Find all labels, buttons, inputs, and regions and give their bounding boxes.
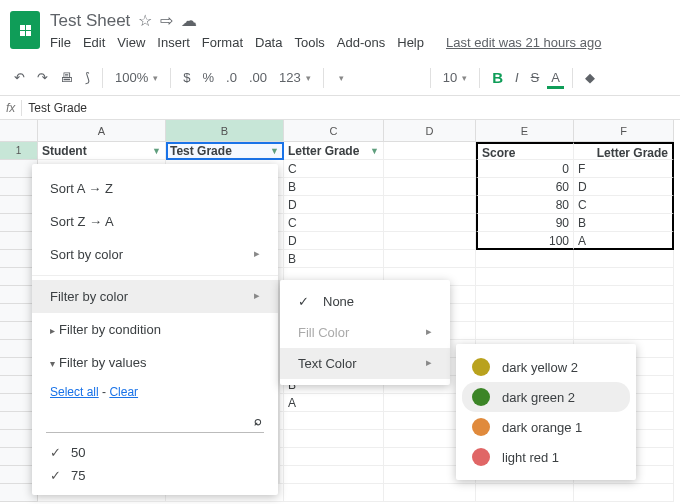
cell[interactable]: B — [574, 214, 674, 232]
menu-tools[interactable]: Tools — [294, 35, 324, 50]
cell[interactable] — [574, 304, 674, 322]
cell[interactable]: Letter Grade▼ — [284, 142, 384, 160]
color-option[interactable]: dark yellow 2 — [462, 352, 630, 382]
filter-by-color[interactable]: Filter by color — [32, 280, 278, 313]
cell[interactable] — [284, 484, 384, 502]
cell[interactable]: 80 — [476, 196, 574, 214]
cell[interactable]: Letter Grade — [574, 142, 674, 160]
color-option[interactable]: dark green 2 — [462, 382, 630, 412]
formula-input[interactable]: Test Grade — [28, 101, 87, 115]
italic-button[interactable]: I — [511, 66, 523, 89]
color-option[interactable]: light red 1 — [462, 442, 630, 472]
cell[interactable] — [476, 484, 574, 502]
cell[interactable] — [384, 160, 476, 178]
menu-data[interactable]: Data — [255, 35, 282, 50]
moreformats-button[interactable]: 123 — [275, 66, 315, 89]
paintformat-button[interactable]: ⟆ — [81, 66, 94, 89]
col-C[interactable]: C — [284, 120, 384, 142]
col-D[interactable]: D — [384, 120, 476, 142]
dec-increase-button[interactable]: .00 — [245, 66, 271, 89]
strike-button[interactable]: S — [527, 66, 544, 89]
cell[interactable]: 100 — [476, 232, 574, 250]
cell[interactable]: Test Grade▼ — [166, 142, 284, 160]
fontsize-select[interactable]: 10 — [439, 66, 471, 89]
cell[interactable]: D — [284, 232, 384, 250]
star-icon[interactable]: ☆ — [138, 11, 152, 30]
filter-icon[interactable]: ▼ — [270, 142, 279, 160]
menu-file[interactable]: File — [50, 35, 71, 50]
cell[interactable]: F — [574, 160, 674, 178]
select-all-link[interactable]: Select all — [50, 385, 99, 399]
filter-by-values[interactable]: ▾Filter by values — [32, 346, 278, 379]
cloud-icon[interactable]: ☁ — [181, 11, 197, 30]
filter-search[interactable]: ⌕ — [46, 409, 264, 433]
value-item[interactable]: 50 — [32, 441, 278, 464]
cell[interactable] — [384, 232, 476, 250]
font-select[interactable] — [332, 69, 422, 87]
menu-edit[interactable]: Edit — [83, 35, 105, 50]
cell[interactable] — [574, 286, 674, 304]
menu-addons[interactable]: Add-ons — [337, 35, 385, 50]
col-B[interactable]: B — [166, 120, 284, 142]
zoom-select[interactable]: 100% — [111, 66, 162, 89]
cell[interactable] — [476, 250, 574, 268]
menu-insert[interactable]: Insert — [157, 35, 190, 50]
cell[interactable] — [476, 304, 574, 322]
cell[interactable]: C — [574, 196, 674, 214]
dec-decrease-button[interactable]: .0 — [222, 66, 241, 89]
cell[interactable] — [476, 268, 574, 286]
menu-view[interactable]: View — [117, 35, 145, 50]
clear-link[interactable]: Clear — [109, 385, 138, 399]
select-all-corner[interactable] — [0, 120, 38, 142]
cell[interactable]: C — [284, 214, 384, 232]
textcolor-button[interactable]: A — [547, 66, 564, 89]
cell[interactable] — [384, 196, 476, 214]
cell[interactable] — [284, 412, 384, 430]
col-A[interactable]: A — [38, 120, 166, 142]
sort-az[interactable]: Sort A → Z — [32, 172, 278, 205]
cell[interactable]: Score — [476, 142, 574, 160]
col-E[interactable]: E — [476, 120, 574, 142]
cell[interactable]: D — [284, 196, 384, 214]
menu-format[interactable]: Format — [202, 35, 243, 50]
cell[interactable] — [384, 178, 476, 196]
percent-button[interactable]: % — [198, 66, 218, 89]
col-F[interactable]: F — [574, 120, 674, 142]
sheets-logo[interactable] — [10, 11, 40, 49]
cell[interactable] — [284, 466, 384, 484]
filter-by-condition[interactable]: ▸Filter by condition — [32, 313, 278, 346]
text-color-option[interactable]: Text Color — [280, 348, 450, 379]
move-icon[interactable]: ⇨ — [160, 11, 173, 30]
cell[interactable] — [384, 250, 476, 268]
filter-icon[interactable]: ▼ — [152, 142, 161, 160]
sort-za[interactable]: Sort Z → A — [32, 205, 278, 238]
currency-button[interactable]: $ — [179, 66, 194, 89]
search-icon[interactable]: ⌕ — [254, 413, 262, 428]
filter-icon[interactable]: ▼ — [370, 142, 379, 160]
fill-color-option[interactable]: Fill Color — [280, 317, 450, 348]
cell[interactable]: Student▼ — [38, 142, 166, 160]
color-option[interactable]: dark orange 1 — [462, 412, 630, 442]
cell[interactable] — [476, 286, 574, 304]
cell[interactable]: B — [284, 250, 384, 268]
filter-search-input[interactable] — [48, 413, 254, 428]
last-edit-link[interactable]: Last edit was 21 hours ago — [446, 35, 601, 50]
cell[interactable]: A — [574, 232, 674, 250]
undo-button[interactable]: ↶ — [10, 66, 29, 89]
cell[interactable]: 0 — [476, 160, 574, 178]
value-item[interactable]: 75 — [32, 464, 278, 487]
cell[interactable]: D — [574, 178, 674, 196]
cell[interactable] — [384, 214, 476, 232]
cell[interactable]: B — [284, 178, 384, 196]
bold-button[interactable]: B — [488, 65, 507, 90]
cell[interactable]: 60 — [476, 178, 574, 196]
cell[interactable] — [476, 322, 574, 340]
cell[interactable] — [284, 448, 384, 466]
cell[interactable] — [284, 430, 384, 448]
cell[interactable] — [574, 250, 674, 268]
none-option[interactable]: ✓None — [280, 286, 450, 317]
cell[interactable] — [574, 268, 674, 286]
print-button[interactable]: 🖶 — [56, 66, 77, 89]
cell[interactable] — [574, 322, 674, 340]
redo-button[interactable]: ↷ — [33, 66, 52, 89]
